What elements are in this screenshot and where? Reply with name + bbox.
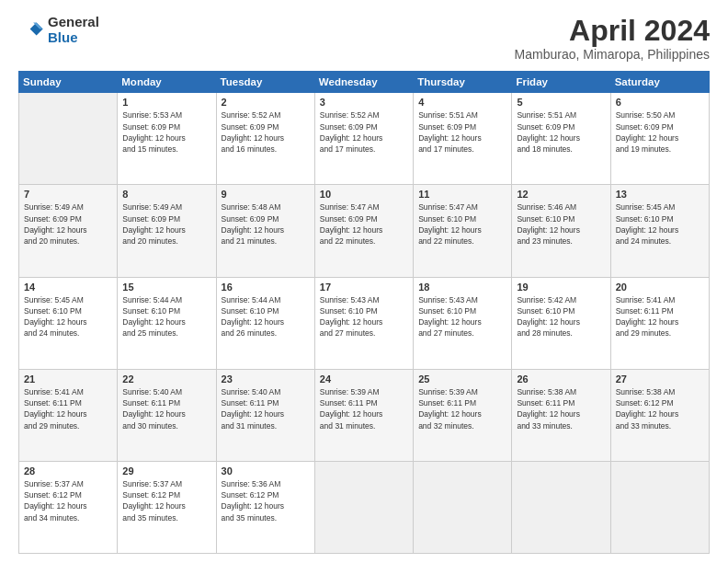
- day-number: 18: [418, 282, 506, 293]
- calendar-cell: 22Sunrise: 5:40 AMSunset: 6:11 PMDayligh…: [118, 369, 216, 461]
- day-info: Sunrise: 5:45 AMSunset: 6:10 PMDaylight:…: [24, 294, 112, 339]
- weekday-header-saturday: Saturday: [610, 72, 709, 93]
- day-info: Sunrise: 5:43 AMSunset: 6:10 PMDaylight:…: [320, 294, 408, 339]
- day-info: Sunrise: 5:50 AMSunset: 6:09 PMDaylight:…: [616, 109, 704, 155]
- day-number: 10: [320, 189, 408, 200]
- weekday-header-friday: Friday: [512, 72, 610, 93]
- day-info: Sunrise: 5:48 AMSunset: 6:09 PMDaylight:…: [222, 201, 310, 247]
- day-number: 23: [222, 373, 310, 385]
- day-number: 19: [517, 282, 605, 293]
- calendar-week-2: 7Sunrise: 5:49 AMSunset: 6:09 PMDaylight…: [19, 185, 710, 277]
- calendar-week-3: 14Sunrise: 5:45 AMSunset: 6:10 PMDayligh…: [19, 277, 710, 369]
- calendar-week-5: 28Sunrise: 5:37 AMSunset: 6:12 PMDayligh…: [19, 461, 710, 553]
- day-number: 26: [517, 373, 605, 385]
- calendar-cell: 27Sunrise: 5:38 AMSunset: 6:12 PMDayligh…: [610, 369, 709, 461]
- day-info: Sunrise: 5:49 AMSunset: 6:09 PMDaylight:…: [122, 201, 210, 247]
- day-info: Sunrise: 5:44 AMSunset: 6:10 PMDaylight:…: [122, 294, 210, 339]
- calendar-cell: 5Sunrise: 5:51 AMSunset: 6:09 PMDaylight…: [512, 93, 610, 185]
- calendar-header: SundayMondayTuesdayWednesdayThursdayFrid…: [19, 72, 710, 93]
- day-number: 1: [122, 97, 210, 108]
- calendar-cell: [414, 461, 512, 553]
- day-number: 21: [24, 373, 112, 385]
- day-number: 11: [418, 189, 506, 200]
- day-number: 13: [616, 189, 704, 200]
- day-number: 16: [222, 282, 310, 293]
- day-info: Sunrise: 5:52 AMSunset: 6:09 PMDaylight:…: [320, 109, 408, 155]
- logo: General Blue: [18, 15, 99, 45]
- calendar-cell: 16Sunrise: 5:44 AMSunset: 6:10 PMDayligh…: [216, 277, 314, 369]
- day-info: Sunrise: 5:51 AMSunset: 6:09 PMDaylight:…: [517, 109, 605, 155]
- main-title: April 2024: [515, 15, 710, 47]
- calendar-cell: 28Sunrise: 5:37 AMSunset: 6:12 PMDayligh…: [19, 461, 118, 553]
- day-info: Sunrise: 5:40 AMSunset: 6:11 PMDaylight:…: [122, 386, 210, 431]
- logo-text: General Blue: [48, 15, 99, 45]
- day-number: 6: [616, 97, 704, 108]
- day-info: Sunrise: 5:41 AMSunset: 6:11 PMDaylight:…: [616, 294, 704, 339]
- day-number: 20: [616, 282, 704, 293]
- logo-icon: [18, 17, 44, 43]
- title-block: April 2024 Mamburao, Mimaropa, Philippin…: [515, 15, 710, 62]
- calendar-week-1: 1Sunrise: 5:53 AMSunset: 6:09 PMDaylight…: [19, 93, 710, 185]
- calendar-cell: 17Sunrise: 5:43 AMSunset: 6:10 PMDayligh…: [314, 277, 413, 369]
- day-number: 4: [418, 97, 506, 108]
- day-info: Sunrise: 5:38 AMSunset: 6:11 PMDaylight:…: [517, 386, 605, 431]
- calendar-cell: 26Sunrise: 5:38 AMSunset: 6:11 PMDayligh…: [512, 369, 610, 461]
- calendar-cell: [19, 93, 118, 185]
- day-info: Sunrise: 5:44 AMSunset: 6:10 PMDaylight:…: [222, 294, 310, 339]
- day-number: 2: [222, 97, 310, 108]
- calendar-cell: 8Sunrise: 5:49 AMSunset: 6:09 PMDaylight…: [118, 185, 216, 277]
- calendar-table: SundayMondayTuesdayWednesdayThursdayFrid…: [18, 71, 710, 554]
- calendar-cell: 25Sunrise: 5:39 AMSunset: 6:11 PMDayligh…: [414, 369, 512, 461]
- day-number: 8: [122, 189, 210, 200]
- day-number: 15: [122, 282, 210, 293]
- calendar-cell: 14Sunrise: 5:45 AMSunset: 6:10 PMDayligh…: [19, 277, 118, 369]
- day-number: 7: [24, 189, 112, 200]
- calendar-cell: 4Sunrise: 5:51 AMSunset: 6:09 PMDaylight…: [414, 93, 512, 185]
- day-info: Sunrise: 5:39 AMSunset: 6:11 PMDaylight:…: [320, 386, 408, 431]
- day-info: Sunrise: 5:49 AMSunset: 6:09 PMDaylight:…: [24, 201, 112, 247]
- calendar-cell: [512, 461, 610, 553]
- weekday-header-row: SundayMondayTuesdayWednesdayThursdayFrid…: [19, 72, 710, 93]
- day-info: Sunrise: 5:42 AMSunset: 6:10 PMDaylight:…: [517, 294, 605, 339]
- calendar-cell: 6Sunrise: 5:50 AMSunset: 6:09 PMDaylight…: [610, 93, 709, 185]
- weekday-header-thursday: Thursday: [414, 72, 512, 93]
- calendar-cell: 23Sunrise: 5:40 AMSunset: 6:11 PMDayligh…: [216, 369, 314, 461]
- logo-blue: Blue: [48, 30, 99, 46]
- calendar-cell: 9Sunrise: 5:48 AMSunset: 6:09 PMDaylight…: [216, 185, 314, 277]
- calendar-cell: 7Sunrise: 5:49 AMSunset: 6:09 PMDaylight…: [19, 185, 118, 277]
- day-info: Sunrise: 5:45 AMSunset: 6:10 PMDaylight:…: [616, 201, 704, 247]
- calendar-cell: 12Sunrise: 5:46 AMSunset: 6:10 PMDayligh…: [512, 185, 610, 277]
- day-info: Sunrise: 5:51 AMSunset: 6:09 PMDaylight:…: [418, 109, 506, 155]
- day-info: Sunrise: 5:38 AMSunset: 6:12 PMDaylight:…: [616, 386, 704, 431]
- calendar-cell: 20Sunrise: 5:41 AMSunset: 6:11 PMDayligh…: [610, 277, 709, 369]
- day-number: 28: [24, 465, 112, 477]
- day-number: 22: [122, 373, 210, 385]
- day-number: 3: [320, 97, 408, 108]
- day-info: Sunrise: 5:47 AMSunset: 6:10 PMDaylight:…: [418, 201, 506, 247]
- calendar-cell: [314, 461, 413, 553]
- day-number: 24: [320, 373, 408, 385]
- day-info: Sunrise: 5:37 AMSunset: 6:12 PMDaylight:…: [24, 478, 112, 523]
- day-info: Sunrise: 5:43 AMSunset: 6:10 PMDaylight:…: [418, 294, 506, 339]
- calendar-cell: 10Sunrise: 5:47 AMSunset: 6:09 PMDayligh…: [314, 185, 413, 277]
- calendar-cell: 11Sunrise: 5:47 AMSunset: 6:10 PMDayligh…: [414, 185, 512, 277]
- day-info: Sunrise: 5:36 AMSunset: 6:12 PMDaylight:…: [222, 478, 310, 523]
- day-number: 30: [222, 465, 310, 477]
- day-number: 9: [222, 189, 310, 200]
- day-info: Sunrise: 5:37 AMSunset: 6:12 PMDaylight:…: [122, 478, 210, 523]
- day-number: 12: [517, 189, 605, 200]
- calendar-cell: 24Sunrise: 5:39 AMSunset: 6:11 PMDayligh…: [314, 369, 413, 461]
- calendar-cell: 3Sunrise: 5:52 AMSunset: 6:09 PMDaylight…: [314, 93, 413, 185]
- logo-general: General: [48, 15, 99, 30]
- day-number: 25: [418, 373, 506, 385]
- calendar-cell: 2Sunrise: 5:52 AMSunset: 6:09 PMDaylight…: [216, 93, 314, 185]
- weekday-header-wednesday: Wednesday: [314, 72, 413, 93]
- calendar-cell: 18Sunrise: 5:43 AMSunset: 6:10 PMDayligh…: [414, 277, 512, 369]
- day-info: Sunrise: 5:39 AMSunset: 6:11 PMDaylight:…: [418, 386, 506, 431]
- calendar-cell: 19Sunrise: 5:42 AMSunset: 6:10 PMDayligh…: [512, 277, 610, 369]
- calendar-body: 1Sunrise: 5:53 AMSunset: 6:09 PMDaylight…: [19, 93, 710, 554]
- header: General Blue April 2024 Mamburao, Mimaro…: [18, 15, 710, 62]
- calendar-cell: 21Sunrise: 5:41 AMSunset: 6:11 PMDayligh…: [19, 369, 118, 461]
- page: General Blue April 2024 Mamburao, Mimaro…: [0, 0, 728, 563]
- day-info: Sunrise: 5:40 AMSunset: 6:11 PMDaylight:…: [222, 386, 310, 431]
